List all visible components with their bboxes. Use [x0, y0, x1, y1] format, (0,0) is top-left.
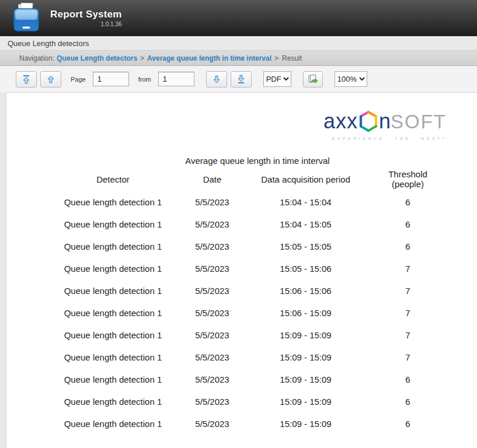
table-cell-date: 5/5/2023 [170, 213, 255, 235]
logo-text-n: n [379, 111, 391, 132]
table-cell-threshold: 6 [357, 191, 459, 213]
page-label: Page [71, 76, 86, 83]
logo-hexagon-icon [358, 110, 378, 132]
table-cell-threshold: 6 [357, 412, 459, 435]
table-cell-detector: Queue length detection 1 [56, 213, 170, 235]
table-cell-period: 15:05 - 15:05 [255, 235, 357, 257]
table-cell-detector: Queue length detection 1 [56, 324, 170, 346]
table-cell-period: 15:06 - 15:06 [255, 279, 357, 302]
export-document-icon [308, 74, 318, 85]
table-cell-period: 15:09 - 15:09 [255, 368, 357, 390]
breadcrumb: Navigation: Queue Length detectors > Ave… [0, 51, 477, 66]
table-cell-detector: Queue length detection 1 [56, 302, 170, 324]
table-cell-detector: Queue length detection 1 [56, 412, 170, 435]
table-cell-detector: Queue length detection 1 [56, 257, 170, 279]
table-cell-threshold: 6 [357, 235, 459, 257]
logo-text-axx: axx [323, 111, 358, 132]
table-cell-date: 5/5/2023 [170, 324, 255, 346]
table-cell-date: 5/5/2023 [170, 191, 255, 213]
total-pages-input[interactable] [158, 72, 194, 86]
arrow-up-icon [46, 75, 55, 84]
report-page: axx n SOFT EXPERIENCE THE NEXT* Average … [6, 92, 477, 448]
table-cell-detector: Queue length detection 1 [56, 279, 170, 302]
arrow-down-icon [212, 75, 221, 84]
export-format-select[interactable]: PDF [263, 71, 291, 87]
last-page-button[interactable] [231, 71, 252, 88]
table-cell-date: 5/5/2023 [170, 235, 255, 257]
export-button[interactable] [303, 71, 323, 88]
from-label: from [138, 76, 151, 83]
table-cell-detector: Queue length detection 1 [56, 346, 170, 368]
breadcrumb-label: Navigation: [19, 54, 54, 62]
breadcrumb-link-detectors[interactable]: Queue Length detectors [57, 54, 137, 62]
arrow-down-to-bottom-icon [236, 75, 246, 84]
toolbar: Page from PDF 100% [0, 66, 477, 92]
logo-tagline: EXPERIENCE THE NEXT* [312, 136, 447, 141]
table-cell-date: 5/5/2023 [170, 257, 255, 279]
arrow-up-to-top-icon [22, 75, 31, 84]
axxonsoft-logo: axx n SOFT EXPERIENCE THE NEXT* [312, 110, 447, 141]
table-cell-threshold: 6 [357, 368, 459, 390]
breadcrumb-current: Result [282, 54, 302, 62]
app-version: 1.0.1.36 [50, 21, 122, 27]
report-table: Detector Date Data acquisition period Th… [56, 167, 459, 435]
table-cell-threshold: 7 [357, 346, 459, 368]
table-cell-period: 15:04 - 15:05 [255, 213, 357, 235]
table-cell-period: 15:09 - 15:09 [255, 324, 357, 346]
column-header-date: Date [170, 167, 255, 191]
breadcrumb-separator: > [274, 54, 278, 62]
table-cell-period: 15:05 - 15:06 [255, 257, 357, 279]
table-cell-date: 5/5/2023 [170, 279, 255, 302]
next-page-button[interactable] [206, 71, 227, 88]
table-cell-detector: Queue length detection 1 [56, 235, 170, 257]
table-cell-period: 15:06 - 15:09 [255, 302, 357, 324]
column-header-detector: Detector [56, 167, 170, 191]
report-drawer-icon [12, 3, 41, 33]
table-cell-threshold: 7 [357, 324, 459, 346]
table-cell-period: 15:09 - 15:09 [255, 412, 357, 435]
first-page-button[interactable] [16, 71, 37, 88]
table-cell-date: 5/5/2023 [170, 412, 255, 435]
zoom-select[interactable]: 100% [335, 71, 367, 87]
current-page-input[interactable] [93, 72, 129, 86]
previous-page-button[interactable] [40, 71, 61, 88]
table-cell-detector: Queue length detection 1 [56, 390, 170, 412]
app-title: Report System [50, 9, 122, 20]
table-cell-period: 15:04 - 15:04 [255, 191, 357, 213]
table-cell-threshold: 7 [357, 302, 459, 324]
table-cell-period: 15:09 - 15:09 [255, 390, 357, 412]
table-cell-date: 5/5/2023 [170, 390, 255, 412]
tab-queue-length-detectors[interactable]: Queue Length detectors [8, 39, 89, 48]
breadcrumb-separator: > [140, 54, 144, 62]
table-cell-detector: Queue length detection 1 [56, 368, 170, 390]
breadcrumb-link-report[interactable]: Average queue length in time interval [147, 54, 271, 62]
column-header-threshold: Threshold (people) [357, 167, 459, 191]
table-cell-date: 5/5/2023 [170, 368, 255, 390]
table-cell-threshold: 7 [357, 257, 459, 279]
table-cell-detector: Queue length detection 1 [56, 191, 170, 213]
table-cell-threshold: 6 [357, 213, 459, 235]
logo-text-soft: SOFT [391, 112, 447, 131]
column-header-period: Data acquisition period [255, 167, 357, 191]
table-cell-date: 5/5/2023 [170, 302, 255, 324]
report-title: Average queue length in time interval [56, 156, 459, 166]
table-cell-threshold: 7 [357, 279, 459, 302]
table-cell-period: 15:09 - 15:09 [255, 346, 357, 368]
tab-bar: Queue Length detectors [0, 36, 477, 51]
table-cell-threshold: 6 [357, 390, 459, 412]
table-cell-date: 5/5/2023 [170, 346, 255, 368]
app-header: Report System 1.0.1.36 [0, 0, 477, 36]
